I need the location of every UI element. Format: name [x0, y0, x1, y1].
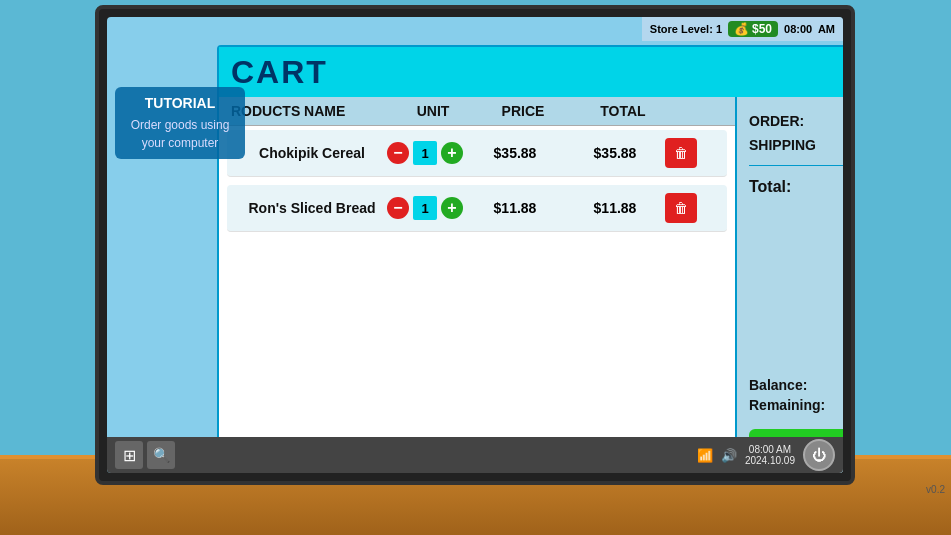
- taskbar-time-display: 08:00 AM 2024.10.09: [745, 444, 795, 466]
- item-name-2: Ron's Sliced Bread: [239, 200, 385, 216]
- col-name-header: RODUCTS NAME: [231, 103, 393, 119]
- tutorial-title: TUTORIAL: [125, 95, 235, 111]
- store-level-label: Store Level: 1: [650, 23, 722, 35]
- cart-title: CART: [231, 54, 328, 91]
- qty-plus-button-1[interactable]: +: [441, 142, 463, 164]
- power-icon: ⏻: [812, 447, 826, 463]
- summary-divider: [749, 165, 843, 166]
- item-price-1: $35.88: [465, 145, 565, 161]
- order-label: ORDER:: [749, 113, 804, 129]
- balance-row: Balance: $50.00: [749, 377, 843, 393]
- item-price-2: $11.88: [465, 200, 565, 216]
- monitor: Store Level: 1 💰 $50 08:00 AM TUTORIAL O…: [95, 5, 855, 485]
- wifi-icon: 📶: [697, 448, 713, 463]
- cart-window: CART ✕ RODUCTS NAME UNIT PRICE TOTAL: [217, 45, 843, 473]
- qty-display-1: 1: [413, 141, 437, 165]
- balance-label: Balance:: [749, 377, 807, 393]
- cart-body: RODUCTS NAME UNIT PRICE TOTAL Chokipik C…: [219, 97, 843, 473]
- balance-section: Balance: $50.00 Remaining: $0.24: [749, 377, 843, 413]
- qty-minus-button-2[interactable]: −: [387, 197, 409, 219]
- power-button[interactable]: ⏻: [803, 439, 835, 471]
- remaining-row: Remaining: $0.24: [749, 397, 843, 413]
- shipping-label: SHIPPING: [749, 137, 816, 153]
- sound-icon: 🔊: [721, 448, 737, 463]
- total-row: Total: $49.76: [749, 178, 843, 196]
- shipping-row: SHIPPING $2.00: [749, 137, 843, 153]
- cart-titlebar: CART ✕: [219, 47, 843, 97]
- col-total-header: TOTAL: [573, 103, 673, 119]
- tutorial-box: TUTORIAL Order goods using your computer: [115, 87, 245, 159]
- tutorial-text: Order goods using your computer: [131, 118, 230, 150]
- taskbar-apps: ⊞ 🔍: [115, 441, 175, 469]
- remaining-label: Remaining:: [749, 397, 825, 413]
- item-total-2: $11.88: [565, 200, 665, 216]
- grid-icon: ⊞: [123, 446, 136, 465]
- table-row: Ron's Sliced Bread − 1 + $11.88 $11.88 🗑: [227, 185, 727, 232]
- order-row: ORDER: $47.76: [749, 113, 843, 129]
- spacer: [749, 204, 843, 369]
- qty-control-1: − 1 +: [385, 141, 465, 165]
- qty-control-2: − 1 +: [385, 196, 465, 220]
- col-unit-header: UNIT: [393, 103, 473, 119]
- cart-header-row: RODUCTS NAME UNIT PRICE TOTAL: [219, 97, 735, 126]
- taskbar-date: 2024.10.09: [745, 455, 795, 466]
- taskbar-right: 📶 🔊 08:00 AM 2024.10.09: [697, 444, 795, 466]
- table-row: Chokipik Cereal − 1 + $35.88 $35.88 🗑: [227, 130, 727, 177]
- money-amount: $50: [752, 22, 772, 36]
- cart-summary-panel: ORDER: $47.76 SHIPPING $2.00 Total: $49.…: [735, 97, 843, 473]
- delete-button-2[interactable]: 🗑: [665, 193, 697, 223]
- item-name-1: Chokipik Cereal: [239, 145, 385, 161]
- taskbar-grid-button[interactable]: ⊞: [115, 441, 143, 469]
- money-badge: 💰 $50: [728, 21, 778, 37]
- taskbar: ⊞ 🔍 📶 🔊 08:00 AM 2024.10.09 ⏻: [107, 437, 843, 473]
- search-icon: 🔍: [153, 447, 170, 463]
- item-total-1: $35.88: [565, 145, 665, 161]
- total-label: Total:: [749, 178, 791, 196]
- screen: Store Level: 1 💰 $50 08:00 AM TUTORIAL O…: [107, 17, 843, 473]
- version-label: v0.2: [926, 484, 945, 495]
- screen-topbar: Store Level: 1 💰 $50 08:00 AM: [642, 17, 843, 41]
- delete-button-1[interactable]: 🗑: [665, 138, 697, 168]
- qty-minus-button-1[interactable]: −: [387, 142, 409, 164]
- col-action-header: [673, 103, 723, 119]
- qty-plus-button-2[interactable]: +: [441, 197, 463, 219]
- taskbar-time: 08:00 AM: [749, 444, 791, 455]
- money-icon: 💰: [734, 22, 749, 36]
- col-price-header: PRICE: [473, 103, 573, 119]
- cart-items-panel: RODUCTS NAME UNIT PRICE TOTAL Chokipik C…: [219, 97, 735, 473]
- qty-display-2: 1: [413, 196, 437, 220]
- taskbar-search-button[interactable]: 🔍: [147, 441, 175, 469]
- topbar-time: 08:00 AM: [784, 23, 835, 35]
